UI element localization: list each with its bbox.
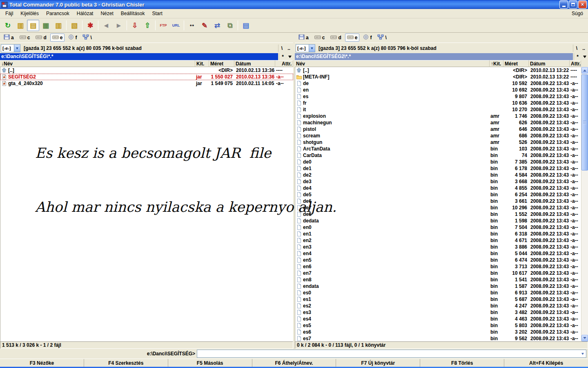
- toolbar-button-refresh[interactable]: ↻: [2, 20, 14, 31]
- select-files-button[interactable]: *: [574, 53, 581, 60]
- file-row[interactable]: de8bin1 5522008.09.22 13:43-a--: [295, 211, 581, 218]
- column-header-name[interactable]: Név: [295, 60, 490, 67]
- toolbar-button-custom-columns-view[interactable]: ▥: [52, 20, 65, 31]
- toolbar-button-notepad[interactable]: ▤: [240, 20, 252, 31]
- file-row[interactable]: es5bin5 8032008.09.22 13:43-a--: [295, 322, 581, 329]
- file-row[interactable]: fr10 6362008.09.22 13:43-a--: [295, 100, 581, 106]
- current-path[interactable]: e:\Danci\SEGÍTSÉG\*.*: [0, 53, 278, 60]
- column-header-attr[interactable]: Attr.: [275, 60, 293, 67]
- file-row[interactable]: de0bin7 3852008.09.22 13:43-a--: [295, 159, 581, 165]
- toolbar-button-brief-view[interactable]: ▥: [14, 20, 27, 31]
- toolbar-button-thumbnails-view[interactable]: ▦: [40, 20, 52, 31]
- drive-button-e[interactable]: e: [345, 34, 360, 42]
- fkey-button-f4szerkesztes[interactable]: F4 Szerkesztés: [84, 359, 168, 367]
- drive-combo[interactable]: [-e-]: [296, 44, 315, 52]
- file-row[interactable]: en8bin1 5412008.09.22 13:43-a--: [295, 276, 581, 283]
- file-row[interactable]: shotgunamr5262008.09.22 13:43-a--: [295, 139, 581, 146]
- menu-item-fajl[interactable]: Fájl: [2, 9, 17, 18]
- file-row[interactable]: de2bin4 5842008.09.22 13:43-a--: [295, 172, 581, 178]
- combo-dropdown-button[interactable]: [14, 45, 20, 52]
- file-row[interactable]: en5bin6 4742008.09.22 13:43-a--: [295, 257, 581, 263]
- history-dropdown-button[interactable]: [581, 53, 588, 60]
- toolbar-button-sync-dirs[interactable]: ⇄: [211, 20, 223, 31]
- menu-item-halozat[interactable]: Hálózat: [73, 9, 97, 18]
- toolbar-button-forward[interactable]: ►: [113, 20, 125, 31]
- toolbar-button-full-view[interactable]: ▤: [27, 20, 39, 31]
- drive-button-network[interactable]: \: [80, 34, 94, 42]
- file-row[interactable]: it10 2702008.09.22 13:43-a--: [295, 106, 581, 113]
- root-dir-button[interactable]: \: [573, 45, 580, 52]
- file-row[interactable]: de1bin6 1782008.09.22 13:43-a--: [295, 165, 581, 172]
- file-row[interactable]: en7bin10 6172008.09.22 13:43-a--: [295, 270, 581, 276]
- file-row[interactable]: en0bin7 5042008.09.22 13:43-a--: [295, 224, 581, 231]
- column-header-ext[interactable]: Kit.: [195, 60, 209, 67]
- scroll-up-button[interactable]: [581, 67, 588, 74]
- file-row[interactable]: [..]<DIR>2010.02.13 13:36----: [0, 67, 293, 74]
- column-header-date[interactable]: Dátum: [234, 60, 275, 67]
- toolbar-button-clipboard[interactable]: ⧉: [224, 20, 236, 31]
- file-row[interactable]: de10 5922008.09.22 13:43-a--: [295, 80, 581, 87]
- drive-button-a[interactable]: a: [296, 34, 311, 42]
- parent-dir-button[interactable]: ..: [285, 45, 292, 52]
- file-row[interactable]: CarDatabin742008.09.22 13:43-a--: [295, 152, 581, 159]
- fkey-button-altf4kilepes[interactable]: Alt+F4 Kilépés: [504, 359, 588, 367]
- file-row[interactable]: en3bin3 8862008.09.22 13:43-a--: [295, 244, 581, 250]
- column-header-date[interactable]: Dátum: [529, 60, 570, 67]
- close-button[interactable]: ×: [578, 0, 587, 9]
- file-row[interactable]: de7bin10 2962008.09.22 13:43-a--: [295, 204, 581, 211]
- drive-button-f[interactable]: f: [66, 34, 79, 42]
- file-row[interactable]: pistolamr6462008.09.22 13:43-a--: [295, 126, 581, 132]
- menu-item-kijeloles[interactable]: Kijelölés: [17, 9, 42, 18]
- drive-button-d[interactable]: d: [33, 34, 48, 42]
- toolbar-button-tree-view[interactable]: ▧: [68, 20, 80, 31]
- file-row[interactable]: es0bin6 9132008.09.22 13:43-a--: [295, 289, 581, 296]
- file-row[interactable]: es4bin4 4632008.09.22 13:43-a--: [295, 316, 581, 322]
- file-row[interactable]: ArcTanDatabin1032008.09.22 13:43-a--: [295, 146, 581, 152]
- current-path[interactable]: e:\Danci\SEGÍTSÉG2\*.*: [295, 53, 573, 60]
- parent-dir-button[interactable]: ..: [580, 45, 587, 52]
- vertical-scrollbar[interactable]: [581, 67, 588, 341]
- file-row[interactable]: [..]<DIR>2010.02.13 13:22----: [295, 67, 581, 74]
- fkey-button-f5masolas[interactable]: F5 Másolás: [168, 359, 252, 367]
- drive-combo[interactable]: [-e-]: [1, 44, 20, 52]
- file-row[interactable]: en4bin5 0442008.09.22 13:43-a--: [295, 250, 581, 257]
- menu-item-beallitasok[interactable]: Beállítások: [117, 9, 149, 18]
- toolbar-button-pack[interactable]: ⇩: [129, 20, 141, 31]
- toolbar-button-multi-rename[interactable]: ✎: [198, 20, 211, 31]
- file-row[interactable]: de4bin4 8552008.09.22 13:43-a--: [295, 185, 581, 191]
- file-row[interactable]: machinegunamr6262008.09.22 13:43-a--: [295, 119, 581, 126]
- fkey-button-f3nezoke[interactable]: F3 Nézőke: [0, 359, 84, 367]
- fkey-button-f7ujkonyvtar[interactable]: F7 Új könyvtár: [336, 359, 420, 367]
- history-dropdown-button[interactable]: [286, 53, 293, 60]
- file-row[interactable]: [META-INF]<DIR>2010.02.13 13:22----: [295, 74, 581, 80]
- command-line-input[interactable]: [197, 350, 579, 357]
- fkey-button-f6athelyatnev[interactable]: F6 Áthely/Átnev.: [252, 359, 336, 367]
- toolbar-button-ftp-url[interactable]: URL: [170, 20, 182, 31]
- drive-button-c[interactable]: c: [312, 34, 327, 42]
- file-row[interactable]: en1bin6 3182008.09.22 13:43-a--: [295, 231, 581, 237]
- root-dir-button[interactable]: \: [278, 45, 285, 52]
- file-row[interactable]: de6bin3 6612008.09.22 13:43-a--: [295, 198, 581, 204]
- file-row[interactable]: es7bin9 5622008.09.22 13:43-a--: [295, 335, 581, 341]
- file-row[interactable]: gta_4_240x320jar1 549 0752010.02.11 14:0…: [0, 80, 293, 87]
- menu-item-parancsok[interactable]: Parancsok: [42, 9, 73, 18]
- file-row[interactable]: dedatabin1 5982008.09.22 13:43-a--: [295, 218, 581, 224]
- column-header-name[interactable]: ↓Név: [0, 60, 195, 67]
- file-row[interactable]: en6bin3 7132008.09.22 13:43-a--: [295, 263, 581, 270]
- scroll-down-button[interactable]: [581, 335, 588, 341]
- menu-item-nezet[interactable]: Nézet: [97, 9, 117, 18]
- file-row[interactable]: es9 8072008.09.22 13:43-a--: [295, 93, 581, 100]
- file-row[interactable]: de5bin6 2542008.09.22 13:43-a--: [295, 191, 581, 198]
- menu-item-sugo[interactable]: Súgó: [567, 9, 588, 18]
- file-row[interactable]: en10 6922008.09.22 13:43-a--: [295, 87, 581, 93]
- scrollbar-thumb[interactable]: [581, 74, 588, 171]
- column-header-attr[interactable]: Attr.: [570, 60, 581, 67]
- toolbar-button-search[interactable]: ●●: [186, 20, 198, 31]
- select-files-button[interactable]: *: [279, 53, 286, 60]
- minimize-button[interactable]: [559, 0, 568, 9]
- file-row[interactable]: endatabin1 5872008.09.22 13:43-a--: [295, 283, 581, 289]
- drive-button-d[interactable]: d: [328, 34, 343, 42]
- toolbar-button-ftp-connect[interactable]: FTP: [157, 20, 169, 31]
- file-row[interactable]: SEGÍTSÉG2jar1 550 0272010.02.13 13:36-a-…: [0, 74, 293, 80]
- file-row[interactable]: es1bin5 6872008.09.22 13:43-a--: [295, 296, 581, 303]
